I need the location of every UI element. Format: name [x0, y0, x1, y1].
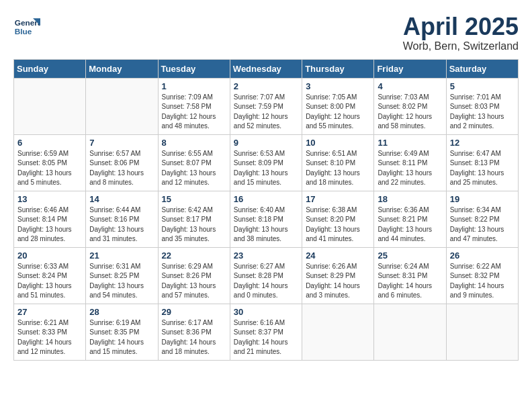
calendar-table: SundayMondayTuesdayWednesdayThursdayFrid… — [13, 59, 519, 361]
calendar-week-row: 1Sunrise: 7:09 AM Sunset: 7:58 PM Daylig… — [14, 78, 519, 134]
day-number: 7 — [89, 138, 154, 148]
day-number: 15 — [162, 194, 226, 204]
page-header: General Blue April 2025 Worb, Bern, Swit… — [13, 13, 519, 52]
day-number: 10 — [306, 138, 370, 148]
calendar-day-cell: 18Sunrise: 6:36 AM Sunset: 8:21 PM Dayli… — [374, 191, 446, 247]
calendar-day-cell: 17Sunrise: 6:38 AM Sunset: 8:20 PM Dayli… — [302, 191, 374, 247]
day-info: Sunrise: 7:07 AM Sunset: 7:59 PM Dayligh… — [234, 93, 298, 132]
calendar-day-cell: 27Sunrise: 6:21 AM Sunset: 8:33 PM Dayli… — [14, 304, 86, 360]
day-info: Sunrise: 6:34 AM Sunset: 8:22 PM Dayligh… — [450, 205, 515, 244]
day-info: Sunrise: 6:59 AM Sunset: 8:05 PM Dayligh… — [17, 149, 82, 188]
day-info: Sunrise: 6:49 AM Sunset: 8:11 PM Dayligh… — [378, 149, 442, 188]
day-info: Sunrise: 7:03 AM Sunset: 8:02 PM Dayligh… — [378, 93, 442, 132]
calendar-day-cell: 23Sunrise: 6:27 AM Sunset: 8:28 PM Dayli… — [230, 247, 302, 304]
calendar-day-cell: 14Sunrise: 6:44 AM Sunset: 8:16 PM Dayli… — [86, 191, 158, 247]
day-number: 13 — [17, 194, 82, 204]
calendar-day-cell: 26Sunrise: 6:22 AM Sunset: 8:32 PM Dayli… — [446, 247, 518, 304]
day-info: Sunrise: 6:47 AM Sunset: 8:13 PM Dayligh… — [450, 149, 515, 188]
calendar-day-cell: 15Sunrise: 6:42 AM Sunset: 8:17 PM Dayli… — [158, 191, 230, 247]
day-info: Sunrise: 6:53 AM Sunset: 8:09 PM Dayligh… — [234, 149, 298, 188]
day-info: Sunrise: 7:09 AM Sunset: 7:58 PM Dayligh… — [162, 93, 226, 132]
calendar-day-cell: 28Sunrise: 6:19 AM Sunset: 8:35 PM Dayli… — [86, 304, 158, 360]
day-number: 9 — [234, 138, 298, 148]
day-info: Sunrise: 6:46 AM Sunset: 8:14 PM Dayligh… — [17, 205, 82, 244]
day-number: 20 — [17, 250, 82, 261]
day-number: 30 — [234, 307, 298, 317]
calendar-day-cell — [302, 304, 374, 360]
calendar-day-cell: 22Sunrise: 6:29 AM Sunset: 8:26 PM Dayli… — [158, 247, 230, 304]
day-info: Sunrise: 6:24 AM Sunset: 8:31 PM Dayligh… — [378, 262, 442, 301]
calendar-week-row: 20Sunrise: 6:33 AM Sunset: 8:24 PM Dayli… — [14, 247, 519, 304]
calendar-day-cell: 30Sunrise: 6:16 AM Sunset: 8:37 PM Dayli… — [230, 304, 302, 360]
day-info: Sunrise: 6:27 AM Sunset: 8:28 PM Dayligh… — [234, 262, 298, 301]
calendar-week-row: 6Sunrise: 6:59 AM Sunset: 8:05 PM Daylig… — [14, 134, 519, 191]
title-block: April 2025 Worb, Bern, Switzerland — [403, 13, 519, 52]
day-info: Sunrise: 6:17 AM Sunset: 8:36 PM Dayligh… — [162, 318, 226, 357]
day-number: 5 — [450, 81, 515, 91]
calendar-week-row: 13Sunrise: 6:46 AM Sunset: 8:14 PM Dayli… — [14, 191, 519, 247]
day-number: 4 — [378, 81, 442, 91]
day-info: Sunrise: 7:05 AM Sunset: 8:00 PM Dayligh… — [306, 93, 370, 132]
calendar-day-cell: 29Sunrise: 6:17 AM Sunset: 8:36 PM Dayli… — [158, 304, 230, 360]
calendar-day-cell — [14, 78, 86, 134]
day-number: 21 — [89, 250, 154, 261]
weekday-header: Sunday — [14, 59, 86, 78]
calendar-day-cell — [86, 78, 158, 134]
day-info: Sunrise: 6:31 AM Sunset: 8:25 PM Dayligh… — [89, 262, 154, 301]
day-info: Sunrise: 6:40 AM Sunset: 8:18 PM Dayligh… — [234, 205, 298, 244]
day-info: Sunrise: 6:36 AM Sunset: 8:21 PM Dayligh… — [378, 205, 442, 244]
logo: General Blue — [13, 13, 44, 43]
weekday-header: Friday — [374, 59, 446, 78]
calendar-day-cell: 10Sunrise: 6:51 AM Sunset: 8:10 PM Dayli… — [302, 134, 374, 191]
day-number: 14 — [89, 194, 154, 204]
day-number: 22 — [162, 250, 226, 261]
calendar-day-cell: 12Sunrise: 6:47 AM Sunset: 8:13 PM Dayli… — [446, 134, 518, 191]
day-info: Sunrise: 6:26 AM Sunset: 8:29 PM Dayligh… — [306, 262, 370, 301]
day-info: Sunrise: 6:42 AM Sunset: 8:17 PM Dayligh… — [162, 205, 226, 244]
day-info: Sunrise: 6:16 AM Sunset: 8:37 PM Dayligh… — [234, 318, 298, 357]
day-number: 3 — [306, 81, 370, 91]
calendar-day-cell: 24Sunrise: 6:26 AM Sunset: 8:29 PM Dayli… — [302, 247, 374, 304]
calendar-day-cell — [446, 304, 518, 360]
calendar-day-cell: 2Sunrise: 7:07 AM Sunset: 7:59 PM Daylig… — [230, 78, 302, 134]
day-info: Sunrise: 6:33 AM Sunset: 8:24 PM Dayligh… — [17, 262, 82, 301]
day-number: 16 — [234, 194, 298, 204]
calendar-day-cell: 11Sunrise: 6:49 AM Sunset: 8:11 PM Dayli… — [374, 134, 446, 191]
day-info: Sunrise: 6:21 AM Sunset: 8:33 PM Dayligh… — [17, 318, 82, 357]
day-number: 2 — [234, 81, 298, 91]
day-number: 29 — [162, 307, 226, 317]
day-info: Sunrise: 6:29 AM Sunset: 8:26 PM Dayligh… — [162, 262, 226, 301]
calendar-day-cell: 13Sunrise: 6:46 AM Sunset: 8:14 PM Dayli… — [14, 191, 86, 247]
day-info: Sunrise: 6:44 AM Sunset: 8:16 PM Dayligh… — [89, 205, 154, 244]
day-number: 1 — [162, 81, 226, 91]
day-info: Sunrise: 6:38 AM Sunset: 8:20 PM Dayligh… — [306, 205, 370, 244]
day-number: 11 — [378, 138, 442, 148]
calendar-day-cell: 19Sunrise: 6:34 AM Sunset: 8:22 PM Dayli… — [446, 191, 518, 247]
day-number: 6 — [17, 138, 82, 148]
calendar-day-cell: 25Sunrise: 6:24 AM Sunset: 8:31 PM Dayli… — [374, 247, 446, 304]
calendar-day-cell: 5Sunrise: 7:01 AM Sunset: 8:03 PM Daylig… — [446, 78, 518, 134]
weekday-header: Tuesday — [158, 59, 230, 78]
calendar-day-cell: 6Sunrise: 6:59 AM Sunset: 8:05 PM Daylig… — [14, 134, 86, 191]
weekday-header: Monday — [86, 59, 158, 78]
calendar-day-cell: 7Sunrise: 6:57 AM Sunset: 8:06 PM Daylig… — [86, 134, 158, 191]
calendar-day-cell: 8Sunrise: 6:55 AM Sunset: 8:07 PM Daylig… — [158, 134, 230, 191]
day-number: 23 — [234, 250, 298, 261]
calendar-day-cell: 3Sunrise: 7:05 AM Sunset: 8:00 PM Daylig… — [302, 78, 374, 134]
calendar-day-cell: 9Sunrise: 6:53 AM Sunset: 8:09 PM Daylig… — [230, 134, 302, 191]
day-number: 17 — [306, 194, 370, 204]
day-info: Sunrise: 6:22 AM Sunset: 8:32 PM Dayligh… — [450, 262, 515, 301]
calendar-day-cell: 4Sunrise: 7:03 AM Sunset: 8:02 PM Daylig… — [374, 78, 446, 134]
day-number: 19 — [450, 194, 515, 204]
calendar-day-cell: 16Sunrise: 6:40 AM Sunset: 8:18 PM Dayli… — [230, 191, 302, 247]
day-number: 8 — [162, 138, 226, 148]
day-number: 12 — [450, 138, 515, 148]
weekday-header: Saturday — [446, 59, 518, 78]
svg-text:Blue: Blue — [15, 27, 32, 36]
logo-icon: General Blue — [13, 13, 40, 43]
weekday-header: Thursday — [302, 59, 374, 78]
day-info: Sunrise: 6:55 AM Sunset: 8:07 PM Dayligh… — [162, 149, 226, 188]
calendar-day-cell: 1Sunrise: 7:09 AM Sunset: 7:58 PM Daylig… — [158, 78, 230, 134]
day-number: 26 — [450, 250, 515, 261]
calendar-week-row: 27Sunrise: 6:21 AM Sunset: 8:33 PM Dayli… — [14, 304, 519, 360]
